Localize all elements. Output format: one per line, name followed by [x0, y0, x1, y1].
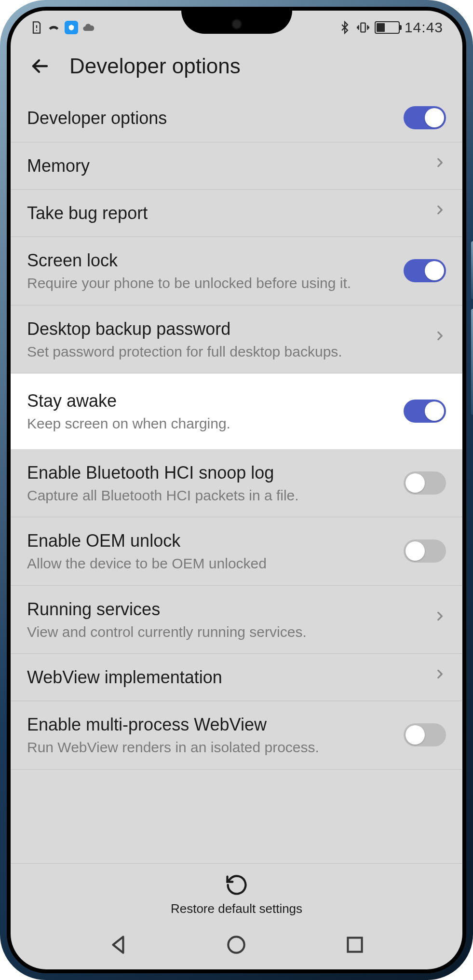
- header: Developer options: [11, 40, 462, 94]
- page-title: Developer options: [69, 54, 241, 78]
- svg-point-0: [36, 30, 37, 31]
- row-text: Running servicesView and control current…: [27, 598, 424, 641]
- row-memory[interactable]: Memory: [11, 142, 462, 190]
- row-title: Running services: [27, 598, 424, 620]
- phone-bezel: 14:43 Developer options Developer option…: [7, 7, 466, 973]
- enable-bluetooth-hci-toggle[interactable]: [404, 471, 446, 495]
- row-title: Desktop backup password: [27, 318, 424, 340]
- chevron-right-icon: [433, 610, 446, 629]
- chevron-right-icon: [433, 156, 446, 176]
- row-subtitle: Set password protection for full desktop…: [27, 343, 424, 361]
- svg-point-2: [229, 937, 244, 952]
- row-title: Enable OEM unlock: [27, 530, 394, 552]
- nav-back-button[interactable]: [106, 933, 130, 957]
- row-running-services[interactable]: Running servicesView and control current…: [11, 586, 462, 654]
- row-subtitle: Capture all Bluetooth HCI packets in a f…: [27, 486, 394, 505]
- row-text: Stay awakeKeep screen on when charging.: [27, 390, 394, 433]
- nav-bar: [11, 927, 462, 969]
- stay-awake-toggle[interactable]: [404, 400, 446, 423]
- row-enable-oem-unlock[interactable]: Enable OEM unlockAllow the device to be …: [11, 517, 462, 586]
- screen-lock-toggle[interactable]: [404, 259, 446, 282]
- row-title: Enable multi-process WebView: [27, 714, 394, 735]
- row-webview-implementation[interactable]: WebView implementation: [11, 654, 462, 701]
- row-title: Take bug report: [27, 202, 424, 224]
- developer-options-toggle[interactable]: [404, 106, 446, 129]
- row-stay-awake[interactable]: Stay awakeKeep screen on when charging.: [11, 373, 462, 449]
- row-subtitle: Run WebView renders in an isolated proce…: [27, 738, 394, 757]
- notch: [181, 11, 292, 34]
- row-title: Screen lock: [27, 249, 394, 271]
- screen: 14:43 Developer options Developer option…: [11, 11, 462, 969]
- row-subtitle: Allow the device to be OEM unlocked: [27, 554, 394, 573]
- row-subtitle: Require your phone to be unlocked before…: [27, 274, 394, 292]
- row-text: Enable OEM unlockAllow the device to be …: [27, 530, 394, 573]
- row-title: WebView implementation: [27, 666, 424, 688]
- cloud-icon: [82, 21, 95, 34]
- row-take-bug-report[interactable]: Take bug report: [11, 190, 462, 237]
- row-title: Stay awake: [27, 390, 394, 412]
- doc-alert-icon: [30, 21, 43, 34]
- row-title: Enable Bluetooth HCI snoop log: [27, 462, 394, 483]
- svg-rect-3: [348, 938, 362, 952]
- row-subtitle: View and control currently running servi…: [27, 623, 424, 641]
- nav-recents-button[interactable]: [343, 933, 367, 957]
- restore-default-button[interactable]: Restore default settings: [11, 863, 462, 927]
- chevron-right-icon: [433, 330, 446, 349]
- row-text: Enable multi-process WebViewRun WebView …: [27, 714, 394, 757]
- row-subtitle: Keep screen on when charging.: [27, 414, 394, 433]
- row-text: WebView implementation: [27, 666, 424, 688]
- restore-icon: [224, 872, 249, 897]
- row-developer-options[interactable]: Developer options: [11, 94, 462, 142]
- row-text: Enable Bluetooth HCI snoop logCapture al…: [27, 462, 394, 505]
- row-enable-multiprocess-webview[interactable]: Enable multi-process WebViewRun WebView …: [11, 701, 462, 770]
- status-time: 14:43: [405, 19, 443, 36]
- nav-home-button[interactable]: [224, 933, 248, 957]
- row-title: Developer options: [27, 107, 394, 129]
- enable-multiprocess-webview-toggle[interactable]: [404, 723, 446, 746]
- row-text: Memory: [27, 155, 424, 177]
- volume-up-button[interactable]: [471, 241, 473, 299]
- bluetooth-icon: [338, 21, 351, 34]
- app-icon: [65, 21, 78, 34]
- row-text: Desktop backup passwordSet password prot…: [27, 318, 424, 361]
- svg-rect-1: [361, 23, 365, 32]
- settings-list[interactable]: Developer optionsMemoryTake bug reportSc…: [11, 94, 462, 863]
- row-text: Take bug report: [27, 202, 424, 224]
- chevron-right-icon: [433, 204, 446, 223]
- back-button[interactable]: [27, 53, 53, 79]
- row-enable-bluetooth-hci[interactable]: Enable Bluetooth HCI snoop logCapture al…: [11, 449, 462, 518]
- enable-oem-unlock-toggle[interactable]: [404, 539, 446, 563]
- chevron-right-icon: [433, 668, 446, 687]
- row-title: Memory: [27, 155, 424, 177]
- row-text: Screen lockRequire your phone to be unlo…: [27, 249, 394, 292]
- battery-icon: [375, 21, 400, 34]
- phone-frame: 14:43 Developer options Developer option…: [0, 0, 473, 980]
- row-text: Developer options: [27, 107, 394, 129]
- row-desktop-backup-password[interactable]: Desktop backup passwordSet password prot…: [11, 305, 462, 374]
- volume-down-button[interactable]: [471, 309, 473, 415]
- signal-icon: [47, 21, 61, 34]
- row-screen-lock[interactable]: Screen lockRequire your phone to be unlo…: [11, 237, 462, 305]
- restore-label: Restore default settings: [11, 901, 462, 916]
- vibrate-icon: [356, 21, 370, 34]
